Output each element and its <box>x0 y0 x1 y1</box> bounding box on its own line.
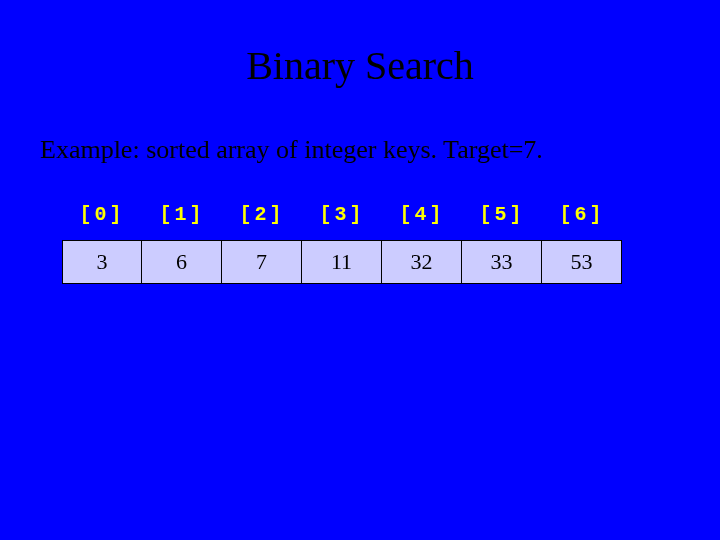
array-cell: 6 <box>141 240 222 284</box>
array-index-label: [0] <box>62 203 142 240</box>
array-cell: 33 <box>461 240 542 284</box>
array-index-label: [3] <box>302 203 382 240</box>
array-col: [6] 53 <box>542 203 622 284</box>
array-index-label: [6] <box>542 203 622 240</box>
array-index-label: [2] <box>222 203 302 240</box>
array-col: [3] 11 <box>302 203 382 284</box>
array-col: [2] 7 <box>222 203 302 284</box>
array-cell: 7 <box>221 240 302 284</box>
array-col: [0] 3 <box>62 203 142 284</box>
array-index-label: [4] <box>382 203 462 240</box>
array-col: [4] 32 <box>382 203 462 284</box>
slide-subtitle: Example: sorted array of integer keys. T… <box>0 89 720 165</box>
slide-title: Binary Search <box>0 0 720 89</box>
array-col: [5] 33 <box>462 203 542 284</box>
array-col: [1] 6 <box>142 203 222 284</box>
array-cell: 32 <box>381 240 462 284</box>
array-diagram: [0] 3 [1] 6 [2] 7 [3] 11 [4] 32 [5] 33 [… <box>0 165 720 284</box>
array-index-label: [1] <box>142 203 222 240</box>
array-index-label: [5] <box>462 203 542 240</box>
array-cell: 3 <box>62 240 142 284</box>
array-cell: 53 <box>541 240 622 284</box>
array-cell: 11 <box>301 240 382 284</box>
